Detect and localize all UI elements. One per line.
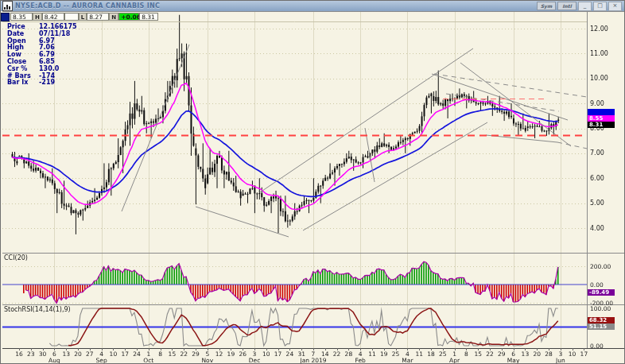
last-price-field: 8.35 [10,13,33,21]
cci-value-tag: -89.49 [588,289,615,296]
stochrsi-d-tag: 68.32 [588,317,615,323]
quote-bar: 8.35 H 8.42 L 8.27 N +0.06 8.31 [1,12,158,21]
time-axis-day-label: 25 [392,350,400,358]
time-axis-day-label: 11 [368,350,376,358]
time-axis-day-label: 22 [333,350,341,358]
time-axis-month-label: Mar [402,357,413,364]
app-icon [2,1,13,11]
time-axis-day-label: 16 [15,350,23,358]
time-axis-day-label: 13 [522,350,530,358]
time-axis-day-label: 19 [227,350,235,358]
price-axis-tick: 10.00 [590,75,608,82]
time-axis-month-label: Nov [201,357,213,364]
time-axis-day-label: 11 [415,350,423,358]
stochrsi-pane-label: StochRSI(14,14(1),9) [4,306,71,313]
blank-field [64,13,79,21]
low-price-field: 8.27 [87,13,109,21]
time-axis-day-label: 22 [180,350,188,358]
price-axis-tick: 11.00 [590,50,608,57]
price-axis-tick: 5.00 [590,199,604,207]
cci-axis-tick: 0.00 [590,281,604,288]
time-axis-day-label: 28 [345,350,353,358]
time-axis-month-label: Jun [556,357,565,364]
maximize-button[interactable]: □ [593,2,607,11]
slow-ma-tag [588,109,615,115]
low-label: L [79,13,87,21]
net-label: N [109,13,118,21]
time-axis-day-label: 8 [158,350,162,358]
symbol-button[interactable]: Sym [537,2,556,10]
data-box-row: Bar Ix-219 [7,79,77,87]
time-axis-day-label: 15 [474,350,482,358]
price-axis-tick: 12.00 [590,25,608,33]
time-axis-month-label: Jan 2019 [300,357,326,364]
time-axis-day-label: 30 [39,350,47,358]
time-axis-day-label: 24 [133,350,141,358]
net-change-field: +0.06 [118,13,139,21]
time-axis-day-label: 10 [569,350,576,358]
chart-window: NYSE:ACB.D -- AURORA CANNABIS INC Sym In… [0,0,625,364]
close-button[interactable]: × [608,2,622,11]
time-axis-day-label: 15 [169,350,177,358]
minimize-button[interactable]: _ [578,2,592,11]
quote-symbol-icon[interactable] [1,13,10,21]
time-axis-day-label: 10 [110,350,118,358]
time-axis-day-label: 18 [427,350,435,358]
window-title: NYSE:ACB.D -- AURORA CANNABIS INC [15,2,160,10]
time-axis-month-label: Dec [249,357,261,364]
price-axis-tick: 4.00 [590,225,604,232]
time-axis-month-label: Aug [49,357,60,364]
time-axis-day-label: 17 [121,350,129,358]
time-axis-day-label: 20 [533,350,541,358]
time-axis-day-label: 17 [580,350,588,358]
time-axis-month-label: Sep [96,357,107,364]
time-axis-month-label: Oct [143,357,153,364]
time-axis-month-label: May [507,357,520,364]
time-axis-day-label: 23 [27,350,35,358]
title-bar[interactable]: NYSE:ACB.D -- AURORA CANNABIS INC Sym In… [1,1,624,11]
price-axis-tick: 6.00 [590,175,604,182]
last-price-tag: 8.31 [588,122,615,128]
cursor-data-box: Price12.166175Date07/11/18Open6.97High7.… [7,24,77,87]
time-axis-day-label: 29 [192,350,200,358]
time-axis-day-label: 24 [286,350,294,358]
time-axis-day-label: 13 [62,350,70,358]
time-axis-day-label: 19 [380,350,388,358]
time-axis-day-label: 22 [486,350,494,358]
high-label: H [33,13,42,21]
stochrsi-k-tag: 51.15 [588,323,615,330]
stochrsi-axis-tick: 0.00 [590,343,604,350]
stochrsi-axis-tick: 100.00 [590,305,611,312]
price-axis-tick: 7.00 [590,149,604,157]
time-axis-day-label: 12 [215,350,223,358]
time-axis-day-label: 17 [274,350,282,358]
cci-pane-label: CCI(20) [4,254,28,261]
price-axis-tick: 9.00 [590,100,604,107]
time-axis-month-label: Feb [355,357,366,364]
time-axis-month-label: Apr [449,357,460,364]
time-axis-day-label: 25 [439,350,447,358]
time-axis-day-label: 26 [239,350,247,358]
interval-button[interactable]: Intl [557,2,576,10]
high-price-field: 8.42 [42,13,64,21]
time-axis-day-label: 8 [464,350,468,358]
time-axis-day-label: 29 [498,350,506,358]
chart-canvas[interactable] [1,1,625,364]
prev-close-field: 8.31 [139,13,158,21]
time-axis-day-label: 10 [262,350,270,358]
time-axis-day-label: 28 [545,350,553,358]
fast-ma-tag: 8.55 [588,115,615,122]
time-axis-day-label: 27 [86,350,94,358]
time-axis-day-label: 20 [74,350,82,358]
cci-axis-tick: 200.00 [590,263,611,270]
